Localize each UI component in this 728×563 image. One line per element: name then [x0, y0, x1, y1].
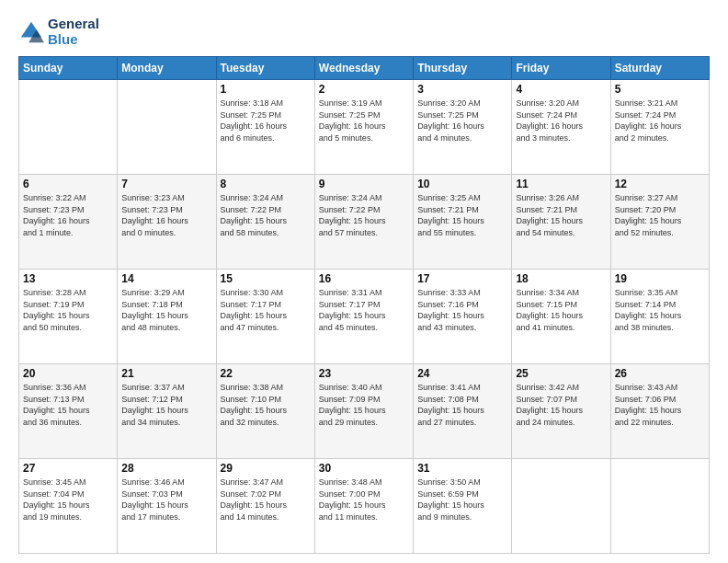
calendar-week-row: 20Sunrise: 3:36 AM Sunset: 7:13 PM Dayli…	[19, 364, 710, 459]
day-number: 5	[615, 83, 705, 96]
day-number: 16	[319, 272, 409, 285]
calendar-day-cell: 7Sunrise: 3:23 AM Sunset: 7:23 PM Daylig…	[118, 175, 216, 270]
calendar-day-cell: 9Sunrise: 3:24 AM Sunset: 7:22 PM Daylig…	[314, 175, 413, 270]
logo-icon	[18, 19, 44, 45]
weekday-header-cell: Sunday	[19, 57, 118, 80]
day-number: 7	[121, 178, 211, 190]
day-number: 15	[221, 272, 311, 285]
calendar-day-cell: 3Sunrise: 3:20 AM Sunset: 7:25 PM Daylig…	[414, 80, 512, 175]
calendar-day-cell: 18Sunrise: 3:34 AM Sunset: 7:15 PM Dayli…	[512, 270, 610, 364]
day-number: 8	[221, 178, 311, 190]
calendar-day-cell: 29Sunrise: 3:47 AM Sunset: 7:02 PM Dayli…	[216, 459, 314, 554]
calendar-day-cell: 25Sunrise: 3:42 AM Sunset: 7:07 PM Dayli…	[512, 364, 610, 459]
weekday-header-cell: Monday	[118, 57, 216, 80]
day-info: Sunrise: 3:34 AM Sunset: 7:15 PM Dayligh…	[516, 287, 606, 333]
day-number: 24	[417, 367, 507, 380]
day-info: Sunrise: 3:47 AM Sunset: 7:02 PM Dayligh…	[221, 477, 311, 523]
calendar-day-cell: 28Sunrise: 3:46 AM Sunset: 7:03 PM Dayli…	[118, 459, 216, 554]
day-info: Sunrise: 3:36 AM Sunset: 7:13 PM Dayligh…	[23, 382, 113, 428]
page: General Blue SundayMondayTuesdayWednesda…	[0, 0, 728, 563]
logo: General Blue	[18, 17, 99, 47]
day-info: Sunrise: 3:20 AM Sunset: 7:25 PM Dayligh…	[417, 98, 507, 144]
calendar-day-cell: 26Sunrise: 3:43 AM Sunset: 7:06 PM Dayli…	[610, 364, 709, 459]
weekday-header-cell: Wednesday	[314, 57, 413, 80]
day-info: Sunrise: 3:20 AM Sunset: 7:24 PM Dayligh…	[516, 98, 606, 144]
calendar-day-cell: 27Sunrise: 3:45 AM Sunset: 7:04 PM Dayli…	[19, 459, 118, 554]
day-number: 27	[23, 462, 113, 475]
day-info: Sunrise: 3:40 AM Sunset: 7:09 PM Dayligh…	[319, 382, 409, 428]
day-info: Sunrise: 3:50 AM Sunset: 6:59 PM Dayligh…	[417, 477, 507, 523]
calendar-table: SundayMondayTuesdayWednesdayThursdayFrid…	[18, 56, 710, 554]
day-info: Sunrise: 3:19 AM Sunset: 7:25 PM Dayligh…	[319, 98, 409, 144]
day-info: Sunrise: 3:30 AM Sunset: 7:17 PM Dayligh…	[221, 287, 311, 333]
calendar-day-cell: 4Sunrise: 3:20 AM Sunset: 7:24 PM Daylig…	[512, 80, 610, 175]
day-info: Sunrise: 3:33 AM Sunset: 7:16 PM Dayligh…	[417, 287, 507, 333]
calendar-week-row: 6Sunrise: 3:22 AM Sunset: 7:23 PM Daylig…	[19, 175, 710, 270]
day-number: 21	[121, 367, 211, 380]
day-number: 3	[417, 83, 507, 96]
day-number: 25	[516, 367, 606, 380]
day-info: Sunrise: 3:21 AM Sunset: 7:24 PM Dayligh…	[615, 98, 705, 144]
day-number: 6	[23, 178, 113, 190]
day-number: 17	[417, 272, 507, 285]
calendar-day-cell: 22Sunrise: 3:38 AM Sunset: 7:10 PM Dayli…	[216, 364, 314, 459]
day-info: Sunrise: 3:28 AM Sunset: 7:19 PM Dayligh…	[23, 287, 113, 333]
calendar-day-cell: 15Sunrise: 3:30 AM Sunset: 7:17 PM Dayli…	[216, 270, 314, 364]
header: General Blue	[18, 17, 710, 47]
calendar-day-cell: 8Sunrise: 3:24 AM Sunset: 7:22 PM Daylig…	[216, 175, 314, 270]
logo-text: General Blue	[48, 17, 99, 47]
day-info: Sunrise: 3:42 AM Sunset: 7:07 PM Dayligh…	[516, 382, 606, 428]
weekday-header-cell: Friday	[512, 57, 610, 80]
day-number: 4	[516, 83, 606, 96]
day-number: 10	[417, 178, 507, 190]
day-info: Sunrise: 3:27 AM Sunset: 7:20 PM Dayligh…	[615, 192, 705, 238]
calendar-day-cell: 30Sunrise: 3:48 AM Sunset: 7:00 PM Dayli…	[314, 459, 413, 554]
day-info: Sunrise: 3:45 AM Sunset: 7:04 PM Dayligh…	[23, 477, 113, 523]
day-info: Sunrise: 3:31 AM Sunset: 7:17 PM Dayligh…	[319, 287, 409, 333]
day-info: Sunrise: 3:46 AM Sunset: 7:03 PM Dayligh…	[121, 477, 211, 523]
day-number: 2	[319, 83, 409, 96]
calendar-day-cell: 1Sunrise: 3:18 AM Sunset: 7:25 PM Daylig…	[216, 80, 314, 175]
weekday-header-row: SundayMondayTuesdayWednesdayThursdayFrid…	[19, 57, 710, 80]
day-info: Sunrise: 3:37 AM Sunset: 7:12 PM Dayligh…	[121, 382, 211, 428]
calendar-day-cell: 16Sunrise: 3:31 AM Sunset: 7:17 PM Dayli…	[314, 270, 413, 364]
weekday-header-cell: Tuesday	[216, 57, 314, 80]
day-number: 26	[615, 367, 705, 380]
day-number: 31	[417, 462, 507, 475]
weekday-header-cell: Saturday	[610, 57, 709, 80]
day-number: 23	[319, 367, 409, 380]
day-number: 18	[516, 272, 606, 285]
day-info: Sunrise: 3:38 AM Sunset: 7:10 PM Dayligh…	[221, 382, 311, 428]
day-info: Sunrise: 3:43 AM Sunset: 7:06 PM Dayligh…	[615, 382, 705, 428]
day-number: 29	[221, 462, 311, 475]
day-number: 19	[615, 272, 705, 285]
day-number: 9	[319, 178, 409, 190]
calendar-day-cell: 11Sunrise: 3:26 AM Sunset: 7:21 PM Dayli…	[512, 175, 610, 270]
day-info: Sunrise: 3:26 AM Sunset: 7:21 PM Dayligh…	[516, 192, 606, 238]
calendar-day-cell: 21Sunrise: 3:37 AM Sunset: 7:12 PM Dayli…	[118, 364, 216, 459]
day-info: Sunrise: 3:23 AM Sunset: 7:23 PM Dayligh…	[121, 192, 211, 238]
calendar-day-cell: 10Sunrise: 3:25 AM Sunset: 7:21 PM Dayli…	[414, 175, 512, 270]
day-info: Sunrise: 3:35 AM Sunset: 7:14 PM Dayligh…	[615, 287, 705, 333]
day-info: Sunrise: 3:41 AM Sunset: 7:08 PM Dayligh…	[417, 382, 507, 428]
calendar-day-cell: 13Sunrise: 3:28 AM Sunset: 7:19 PM Dayli…	[19, 270, 118, 364]
calendar-day-cell	[19, 80, 118, 175]
calendar-day-cell: 20Sunrise: 3:36 AM Sunset: 7:13 PM Dayli…	[19, 364, 118, 459]
day-info: Sunrise: 3:18 AM Sunset: 7:25 PM Dayligh…	[221, 98, 311, 144]
day-info: Sunrise: 3:24 AM Sunset: 7:22 PM Dayligh…	[319, 192, 409, 238]
calendar-day-cell: 17Sunrise: 3:33 AM Sunset: 7:16 PM Dayli…	[414, 270, 512, 364]
day-number: 12	[615, 178, 705, 190]
calendar-day-cell: 31Sunrise: 3:50 AM Sunset: 6:59 PM Dayli…	[414, 459, 512, 554]
calendar-week-row: 1Sunrise: 3:18 AM Sunset: 7:25 PM Daylig…	[19, 80, 710, 175]
calendar-week-row: 27Sunrise: 3:45 AM Sunset: 7:04 PM Dayli…	[19, 459, 710, 554]
day-number: 30	[319, 462, 409, 475]
calendar-day-cell: 14Sunrise: 3:29 AM Sunset: 7:18 PM Dayli…	[118, 270, 216, 364]
day-number: 22	[221, 367, 311, 380]
calendar-body: 1Sunrise: 3:18 AM Sunset: 7:25 PM Daylig…	[19, 80, 710, 554]
calendar-day-cell: 12Sunrise: 3:27 AM Sunset: 7:20 PM Dayli…	[610, 175, 709, 270]
calendar-day-cell: 2Sunrise: 3:19 AM Sunset: 7:25 PM Daylig…	[314, 80, 413, 175]
calendar-day-cell	[512, 459, 610, 554]
calendar-day-cell	[118, 80, 216, 175]
calendar-day-cell: 19Sunrise: 3:35 AM Sunset: 7:14 PM Dayli…	[610, 270, 709, 364]
calendar-day-cell: 24Sunrise: 3:41 AM Sunset: 7:08 PM Dayli…	[414, 364, 512, 459]
